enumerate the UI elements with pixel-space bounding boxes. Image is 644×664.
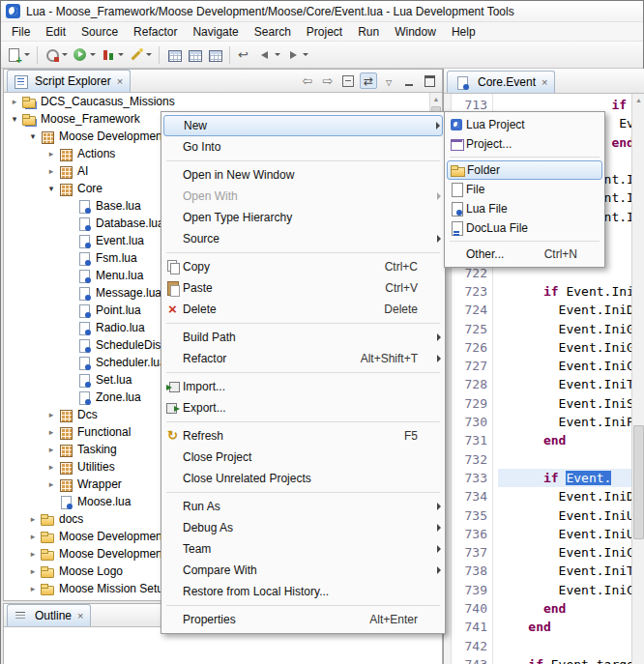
run-history-button[interactable] bbox=[127, 44, 154, 66]
line-number[interactable]: 728 bbox=[452, 375, 487, 393]
code-line-734[interactable]: Event.IniDCSUnitName = Event.IniDCSUnit:… bbox=[498, 487, 631, 505]
code-line-736[interactable]: Event.IniUnit = UNIT:FindByName( Event.I… bbox=[498, 525, 631, 543]
menu-item-refactor[interactable]: RefactorAlt+Shift+T bbox=[163, 348, 443, 369]
menu-item-debug-as[interactable]: Debug As bbox=[163, 517, 443, 538]
dropdown-caret-icon[interactable] bbox=[303, 53, 308, 56]
external-tools-button[interactable] bbox=[43, 44, 70, 66]
line-number[interactable]: 724 bbox=[452, 301, 487, 319]
scroll-up-icon[interactable]: ▲ bbox=[430, 93, 442, 104]
close-icon[interactable]: × bbox=[115, 75, 123, 87]
code-line-735[interactable]: Event.IniUnitName = Event.IniDCSUnitName bbox=[498, 506, 631, 525]
menu-item-open-type-hierarchy[interactable]: Open Type Hierarchy bbox=[163, 207, 443, 228]
menu-item-lua-file[interactable]: Lua File bbox=[447, 199, 602, 218]
collapsed-arrow-icon[interactable]: ▸ bbox=[44, 445, 58, 454]
code-line-738[interactable]: Event.IniTypeName = Event.IniDCSUnit:get… bbox=[498, 562, 631, 580]
table-view-1-button[interactable] bbox=[164, 44, 184, 66]
dropdown-caret-icon[interactable] bbox=[118, 53, 124, 56]
code-line-724[interactable]: Event.IniDCSGroupName = Event.IniDCSGrou… bbox=[498, 301, 631, 319]
code-line-731[interactable]: end bbox=[498, 431, 631, 449]
menu-item-copy[interactable]: CopyCtrl+C bbox=[163, 256, 443, 277]
code-line-733[interactable]: if Event. bbox=[498, 469, 631, 487]
code-line-729[interactable]: Event.IniSize = Event.IniDCSGroup:getSiz… bbox=[498, 394, 631, 413]
menu-run[interactable]: Run bbox=[350, 23, 387, 41]
collapsed-arrow-icon[interactable]: ▸ bbox=[44, 427, 58, 437]
line-number[interactable]: 741 bbox=[452, 618, 487, 636]
menu-item-project[interactable]: Project... bbox=[447, 134, 602, 154]
menu-item-close-project[interactable]: Close Project bbox=[163, 447, 443, 468]
code-line-725[interactable]: Event.IniGroup = GROUP:FindByName( Event… bbox=[498, 320, 631, 338]
title-bar[interactable]: Lua - Moose_Framework/Moose Development/… bbox=[1, 1, 643, 22]
collapsed-arrow-icon[interactable]: ▸ bbox=[44, 149, 58, 159]
menu-item-run-as[interactable]: Run As bbox=[163, 496, 443, 517]
menu-item-open-with[interactable]: Open With bbox=[163, 186, 443, 207]
code-line-740[interactable]: end bbox=[498, 599, 631, 618]
menu-refactor[interactable]: Refactor bbox=[126, 23, 185, 41]
dropdown-caret-icon[interactable] bbox=[146, 53, 152, 56]
collapsed-arrow-icon[interactable]: ▸ bbox=[44, 479, 58, 489]
menu-search[interactable]: Search bbox=[247, 23, 299, 41]
code-line-732[interactable] bbox=[498, 450, 631, 469]
collapsed-arrow-icon[interactable]: ▸ bbox=[8, 97, 21, 106]
dropdown-caret-icon[interactable] bbox=[62, 53, 68, 56]
menu-project[interactable]: Project bbox=[299, 23, 350, 41]
line-number[interactable]: 731 bbox=[452, 431, 487, 449]
code-line-742[interactable] bbox=[498, 637, 631, 655]
back-button[interactable] bbox=[299, 72, 316, 89]
collapsed-arrow-icon[interactable]: ▸ bbox=[26, 584, 40, 593]
menu-item-open-in-new-window[interactable]: Open in New Window bbox=[163, 164, 443, 186]
forward-button[interactable] bbox=[319, 72, 337, 89]
line-number[interactable]: 734 bbox=[452, 487, 487, 505]
expanded-arrow-icon[interactable]: ▾ bbox=[8, 114, 21, 124]
forward-button[interactable] bbox=[283, 44, 310, 66]
line-number[interactable]: 726 bbox=[452, 338, 487, 357]
line-number[interactable]: 732 bbox=[452, 450, 487, 469]
collapsed-arrow-icon[interactable]: ▸ bbox=[26, 549, 40, 559]
menu-item-properties[interactable]: PropertiesAlt+Enter bbox=[163, 609, 443, 630]
tree-item-dcs-caucasus-missions[interactable]: ▸DCS_Caucasus_Missions bbox=[4, 93, 429, 110]
line-number[interactable]: 735 bbox=[452, 506, 487, 525]
line-number[interactable]: 743 bbox=[452, 655, 487, 664]
line-number[interactable]: 736 bbox=[452, 525, 487, 543]
code-line-737[interactable]: Event.IniCategory = Event.IniDCSUnit:get… bbox=[498, 543, 631, 562]
coverage-button[interactable] bbox=[99, 44, 126, 66]
code-line-726[interactable]: Event.IniGroupName = Event.IniDCSGroupNa… bbox=[498, 338, 631, 357]
line-number[interactable]: 739 bbox=[452, 581, 487, 599]
menu-source[interactable]: Source bbox=[73, 23, 126, 41]
menu-window[interactable]: Window bbox=[387, 23, 444, 41]
line-number[interactable]: 730 bbox=[452, 413, 487, 431]
collapsed-arrow-icon[interactable]: ▸ bbox=[26, 532, 40, 541]
menu-edit[interactable]: Edit bbox=[38, 23, 73, 41]
line-number[interactable]: 725 bbox=[452, 320, 487, 338]
menu-item-other[interactable]: Other...Ctrl+N bbox=[447, 245, 602, 264]
view-menu-button[interactable] bbox=[380, 72, 397, 89]
menu-item-compare-with[interactable]: Compare With bbox=[163, 560, 443, 581]
line-number[interactable]: 737 bbox=[452, 543, 487, 562]
code-line-730[interactable]: Event.IniPlayerName = Event.IniDCSGroup:… bbox=[498, 413, 631, 431]
expanded-arrow-icon[interactable]: ▾ bbox=[26, 131, 40, 141]
menu-item-export[interactable]: Export... bbox=[163, 397, 443, 419]
collapsed-arrow-icon[interactable]: ▸ bbox=[44, 166, 58, 176]
line-number[interactable]: 740 bbox=[452, 599, 487, 618]
scroll-up-icon[interactable]: ▲ bbox=[632, 94, 644, 105]
collapsed-arrow-icon[interactable]: ▸ bbox=[44, 462, 58, 472]
code-line-743[interactable]: if Event.target then bbox=[498, 655, 631, 664]
new-wizard-button[interactable] bbox=[5, 44, 32, 66]
line-number[interactable]: 727 bbox=[452, 357, 487, 375]
line-number[interactable]: 733 bbox=[452, 469, 487, 487]
maximize-button[interactable] bbox=[421, 72, 438, 89]
back-button[interactable] bbox=[255, 44, 282, 66]
tab-script-explorer[interactable]: Script Explorer × bbox=[7, 70, 131, 92]
code-line-723[interactable]: if Event.IniDCSGroup then bbox=[498, 282, 631, 301]
menu-item-build-path[interactable]: Build Path bbox=[163, 327, 443, 348]
editor-scrollbar[interactable]: ▲ bbox=[631, 94, 644, 664]
tab-outline[interactable]: Outline × bbox=[7, 604, 91, 626]
menu-item-refresh[interactable]: RefreshF5 bbox=[163, 425, 443, 447]
menu-item-restore-from-local-history[interactable]: Restore from Local History... bbox=[163, 581, 443, 602]
menu-help[interactable]: Help bbox=[444, 23, 483, 41]
close-icon[interactable]: × bbox=[540, 76, 547, 88]
line-number[interactable]: 738 bbox=[452, 562, 487, 580]
menu-item-folder[interactable]: Folder bbox=[447, 160, 602, 180]
menu-item-new[interactable]: New bbox=[163, 115, 443, 136]
minimize-button[interactable] bbox=[400, 72, 418, 89]
code-line-739[interactable]: Event.IniCoalition = Event.IniDCSUnit:ge… bbox=[498, 581, 631, 599]
